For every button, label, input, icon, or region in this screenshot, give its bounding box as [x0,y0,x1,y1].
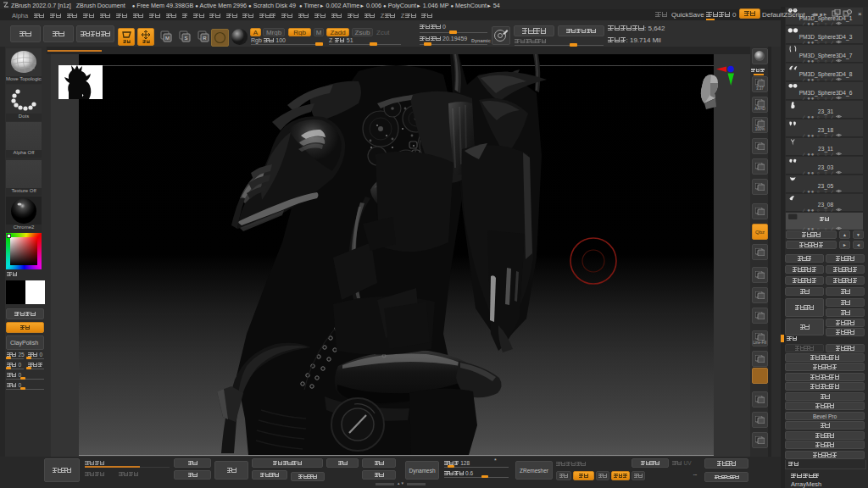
svg-text:M: M [165,36,170,41]
svg-text:R: R [203,36,207,41]
svg-text:S: S [184,36,187,41]
